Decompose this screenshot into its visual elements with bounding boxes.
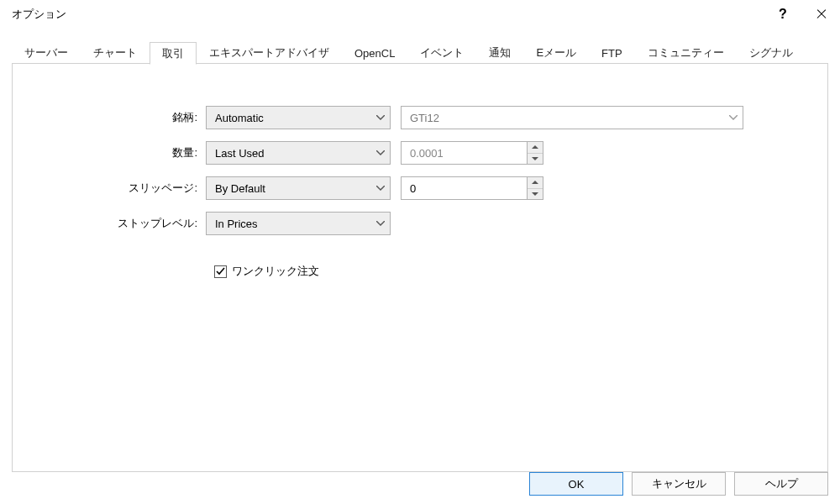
spin-up-button[interactable] <box>528 177 543 189</box>
volume-input[interactable] <box>401 141 527 165</box>
tab-notify[interactable]: 通知 <box>476 41 523 64</box>
tab-label: シグナル <box>749 45 793 60</box>
button-label: OK <box>569 478 585 491</box>
label-volume: 数量: <box>38 145 206 160</box>
spin-up-button[interactable] <box>528 142 543 154</box>
combo-value: Last Used <box>215 147 265 160</box>
spin-buttons <box>527 176 543 200</box>
spin-buttons <box>527 141 543 165</box>
tab-trade[interactable]: 取引 <box>150 42 197 65</box>
tab-label: Eメール <box>536 45 576 60</box>
help-icon[interactable]: ? <box>773 4 793 24</box>
triangle-up-icon <box>532 181 538 184</box>
chevron-down-icon <box>376 186 385 191</box>
tab-label: 通知 <box>489 45 511 60</box>
symbol-mode-combo[interactable]: Automatic <box>206 106 391 129</box>
tab-label: 取引 <box>162 46 184 61</box>
dialog-buttons: OK キャンセル ヘルプ <box>529 472 828 496</box>
oneclick-checkbox[interactable] <box>214 265 227 278</box>
close-icon[interactable] <box>811 4 832 24</box>
stoplevel-mode-combo[interactable]: In Prices <box>206 212 391 235</box>
label-symbol: 銘柄: <box>38 110 206 125</box>
tab-label: コミュニティー <box>648 45 724 60</box>
tab-chart[interactable]: チャート <box>81 41 150 64</box>
tab-server[interactable]: サーバー <box>12 41 81 64</box>
volume-spinner[interactable] <box>401 141 543 165</box>
button-label: ヘルプ <box>765 476 798 491</box>
window-controls: ? <box>773 4 832 24</box>
chevron-down-icon <box>376 115 385 120</box>
combo-value: GTi12 <box>410 112 439 124</box>
combo-value: By Default <box>215 182 265 195</box>
tab-signals[interactable]: シグナル <box>737 41 806 64</box>
title-bar: オプション ? <box>0 0 840 29</box>
symbol-value-combo[interactable]: GTi12 <box>401 106 743 129</box>
label-stoplevel: ストップレベル: <box>38 216 206 231</box>
spin-down-button[interactable] <box>528 154 543 165</box>
tab-bar: サーバー チャート 取引 エキスパートアドバイザ OpenCL イベント 通知 … <box>12 40 828 64</box>
tab-community[interactable]: コミュニティー <box>635 41 737 64</box>
tab-events[interactable]: イベント <box>407 41 476 64</box>
label-slippage: スリッページ: <box>38 181 206 196</box>
row-slippage: スリッページ: By Default <box>38 176 802 200</box>
tab-label: イベント <box>420 45 464 60</box>
tab-label: エキスパートアドバイザ <box>209 45 329 60</box>
oneclick-label: ワンクリック注文 <box>232 264 319 279</box>
tab-label: FTP <box>601 47 622 60</box>
chevron-down-icon <box>376 221 385 226</box>
button-label: キャンセル <box>652 476 706 491</box>
tab-expert[interactable]: エキスパートアドバイザ <box>197 41 342 64</box>
row-oneclick: ワンクリック注文 <box>214 264 802 279</box>
volume-mode-combo[interactable]: Last Used <box>206 141 391 165</box>
triangle-up-icon <box>532 145 538 149</box>
row-stoplevel: ストップレベル: In Prices <box>38 212 802 235</box>
slippage-mode-combo[interactable]: By Default <box>206 176 391 200</box>
tab-label: OpenCL <box>354 47 395 60</box>
tab-label: チャート <box>93 45 137 60</box>
spin-down-button[interactable] <box>528 189 543 200</box>
chevron-down-icon <box>376 150 385 155</box>
slippage-spinner[interactable] <box>401 176 543 200</box>
tab-email[interactable]: Eメール <box>523 41 589 64</box>
combo-value: In Prices <box>215 218 258 230</box>
row-symbol: 銘柄: Automatic GTi12 <box>38 106 802 129</box>
combo-value: Automatic <box>215 112 264 124</box>
window-title: オプション <box>12 7 66 22</box>
check-icon <box>216 267 225 276</box>
chevron-down-icon <box>729 115 738 120</box>
ok-button[interactable]: OK <box>529 472 623 496</box>
triangle-down-icon <box>532 157 538 160</box>
tab-panel-trade: 銘柄: Automatic GTi12 数量: Last Used <box>12 64 828 472</box>
help-button[interactable]: ヘルプ <box>734 472 828 496</box>
row-volume: 数量: Last Used <box>38 141 802 165</box>
tab-opencl[interactable]: OpenCL <box>342 41 407 64</box>
tab-label: サーバー <box>24 45 68 60</box>
cancel-button[interactable]: キャンセル <box>632 472 726 496</box>
slippage-input[interactable] <box>401 176 527 200</box>
tab-ftp[interactable]: FTP <box>589 41 635 64</box>
triangle-down-icon <box>532 192 538 196</box>
